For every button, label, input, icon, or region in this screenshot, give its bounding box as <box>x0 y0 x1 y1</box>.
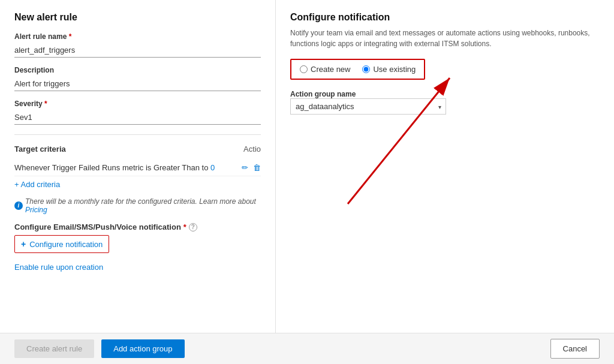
severity-label: Severity * <box>14 100 261 108</box>
enable-rule-label: Enable rule upon creation <box>14 263 103 272</box>
left-panel: New alert rule Alert rule name * Descrip… <box>0 0 276 333</box>
configure-notification-label: Configure notification <box>29 240 103 249</box>
tooltip-icon: ? <box>189 223 197 231</box>
target-criteria-title: Target criteria <box>14 145 66 154</box>
action-group-select-value: ag_dataanalytics <box>296 102 354 111</box>
footer-bar: Create alert rule Add action group Cance… <box>0 333 614 364</box>
right-panel-description: Notify your team via email and text mess… <box>290 28 600 49</box>
criteria-row: Whenever Trigger Failed Runs metric is G… <box>14 160 261 176</box>
action-col-label: Actio <box>243 145 261 154</box>
right-panel-title: Configure notification <box>290 12 600 23</box>
edit-icon[interactable]: ✏ <box>242 163 248 172</box>
right-panel: Configure notification Notify your team … <box>276 0 614 333</box>
add-criteria-button[interactable]: + Add criteria <box>14 176 60 192</box>
description-group: Description <box>14 66 261 91</box>
radio-group-box: Create new Use existing <box>290 59 425 80</box>
criteria-actions: ✏ 🗑 <box>242 163 261 172</box>
criteria-text: Whenever Trigger Failed Runs metric is G… <box>14 163 215 172</box>
chevron-down-icon: ▾ <box>438 103 441 110</box>
radio-create-new-label: Create new <box>311 65 350 74</box>
notification-required: * <box>183 222 186 231</box>
alert-rule-name-label: Alert rule name * <box>14 32 261 41</box>
main-content: New alert rule Alert rule name * Descrip… <box>0 0 614 333</box>
radio-use-existing[interactable]: Use existing <box>362 65 416 74</box>
divider-1 <box>14 134 261 135</box>
radio-create-new[interactable]: Create new <box>300 65 350 74</box>
info-icon: i <box>14 201 23 210</box>
add-action-group-button[interactable]: Add action group <box>101 339 184 358</box>
severity-group: Severity * <box>14 100 261 125</box>
action-group-name-label: Action group name <box>290 90 356 98</box>
radio-use-existing-input[interactable] <box>362 65 370 73</box>
info-text: i There will be a monthly rate for the c… <box>14 197 261 214</box>
alert-rule-name-group: Alert rule name * <box>14 32 261 58</box>
delete-icon[interactable]: 🗑 <box>253 163 261 172</box>
required-star: * <box>69 32 72 41</box>
severity-required-star: * <box>44 100 47 108</box>
description-input[interactable] <box>14 77 261 91</box>
add-criteria-label: + Add criteria <box>14 180 60 189</box>
configure-notification-button[interactable]: + Configure notification <box>14 235 109 253</box>
pricing-link[interactable]: Pricing <box>25 206 47 214</box>
alert-rule-name-input[interactable] <box>14 43 261 58</box>
create-alert-rule-button: Create alert rule <box>14 339 94 358</box>
criteria-link[interactable]: 0 <box>210 163 215 172</box>
radio-create-new-input[interactable] <box>300 65 308 73</box>
action-group-select[interactable]: ag_dataanalytics <box>290 98 446 115</box>
action-group-name-group: Action group name ag_dataanalytics ▾ <box>290 89 600 115</box>
target-criteria-header: Target criteria Actio <box>14 145 261 154</box>
page-container: New alert rule Alert rule name * Descrip… <box>0 0 614 364</box>
cancel-button[interactable]: Cancel <box>550 339 600 359</box>
description-label: Description <box>14 66 261 74</box>
page-title: New alert rule <box>14 12 261 23</box>
enable-rule-section: Enable rule upon creation <box>14 263 261 272</box>
severity-input[interactable] <box>14 110 261 125</box>
radio-use-existing-label: Use existing <box>373 65 416 74</box>
action-group-select-container: ag_dataanalytics ▾ <box>290 98 446 115</box>
notification-section-label: Configure Email/SMS/Push/Voice notificat… <box>14 222 261 231</box>
plus-icon: + <box>21 239 26 249</box>
